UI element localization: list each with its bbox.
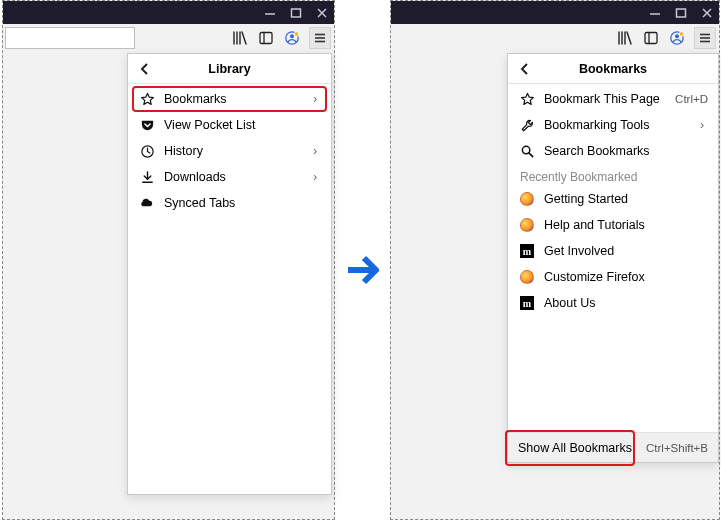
minimize-icon[interactable] xyxy=(649,7,661,19)
back-button[interactable] xyxy=(516,60,534,78)
library-icon[interactable] xyxy=(616,29,634,47)
menu-item-label: Synced Tabs xyxy=(164,196,321,210)
svg-line-26 xyxy=(528,152,532,156)
svg-rect-4 xyxy=(260,33,272,44)
menu-item-synced-tabs[interactable]: Synced Tabs xyxy=(128,190,331,216)
firefox-icon xyxy=(518,216,536,234)
menu-item-show-all-bookmarks[interactable]: Show All Bookmarks Ctrl+Shift+B xyxy=(508,432,718,462)
panel-title: Library xyxy=(208,62,250,76)
recent-item[interactable]: m Get Involved xyxy=(508,238,718,264)
titlebar xyxy=(3,1,334,24)
recent-item[interactable]: Customize Firefox xyxy=(508,264,718,290)
close-icon[interactable] xyxy=(316,7,328,19)
browser-window-right: Bookmarks Bookmark This Page Ctrl+D Book… xyxy=(390,0,720,520)
svg-point-7 xyxy=(290,34,294,38)
chevron-right-icon: › xyxy=(309,92,321,106)
menu-item-label: History xyxy=(164,144,309,158)
recent-item[interactable]: m About Us xyxy=(508,290,718,316)
svg-point-8 xyxy=(294,32,299,37)
recent-item-label: Getting Started xyxy=(544,192,708,206)
menu-item-bookmark-page[interactable]: Bookmark This Page Ctrl+D xyxy=(508,86,718,112)
menu-item-pocket[interactable]: View Pocket List xyxy=(128,112,331,138)
recent-item-label: Customize Firefox xyxy=(544,270,708,284)
account-icon[interactable] xyxy=(283,29,301,47)
wrench-icon xyxy=(518,116,536,134)
star-icon xyxy=(518,90,536,108)
search-icon xyxy=(518,142,536,160)
firefox-icon xyxy=(518,268,536,286)
chevron-right-icon: › xyxy=(309,144,321,158)
recent-label: Recently Bookmarked xyxy=(508,164,718,186)
toolbar xyxy=(3,24,334,52)
recent-item-label: Help and Tutorials xyxy=(544,218,708,232)
panel-title: Bookmarks xyxy=(579,62,647,76)
pocket-icon xyxy=(138,116,156,134)
menu-button[interactable] xyxy=(694,27,716,49)
download-icon xyxy=(138,168,156,186)
menu-item-label: Bookmark This Page xyxy=(544,92,669,106)
recent-item-label: Get Involved xyxy=(544,244,708,258)
menu-item-shortcut: Ctrl+D xyxy=(675,93,708,105)
star-icon xyxy=(138,90,156,108)
toolbar xyxy=(391,24,719,52)
menu-item-label: Bookmarks xyxy=(164,92,309,106)
menu-item-label: Downloads xyxy=(164,170,309,184)
account-icon[interactable] xyxy=(668,29,686,47)
recent-item-label: About Us xyxy=(544,296,708,310)
menu-button[interactable] xyxy=(309,27,331,49)
mozilla-icon: m xyxy=(518,294,536,312)
panel-header: Bookmarks xyxy=(508,54,718,84)
sync-icon xyxy=(138,194,156,212)
svg-point-20 xyxy=(675,34,679,38)
menu-item-bookmarking-tools[interactable]: Bookmarking Tools › xyxy=(508,112,718,138)
menu-item-label: Search Bookmarks xyxy=(544,144,708,158)
menu-item-label: Bookmarking Tools xyxy=(544,118,696,132)
arrow-right-icon xyxy=(346,250,386,290)
menu-list: Bookmark This Page Ctrl+D Bookmarking To… xyxy=(508,84,718,318)
clock-icon xyxy=(138,142,156,160)
chevron-right-icon: › xyxy=(696,118,708,132)
recent-item[interactable]: Getting Started xyxy=(508,186,718,212)
chevron-right-icon: › xyxy=(309,170,321,184)
svg-rect-14 xyxy=(677,9,686,17)
firefox-icon xyxy=(518,190,536,208)
maximize-icon[interactable] xyxy=(675,7,687,19)
minimize-icon[interactable] xyxy=(264,7,276,19)
back-button[interactable] xyxy=(136,60,154,78)
footer-shortcut: Ctrl+Shift+B xyxy=(646,442,708,454)
svg-point-21 xyxy=(679,32,684,37)
url-input[interactable] xyxy=(5,27,135,49)
browser-window-left: Library Bookmarks › View Pocket List His… xyxy=(2,0,335,520)
menu-list: Bookmarks › View Pocket List History › D… xyxy=(128,84,331,218)
mozilla-icon: m xyxy=(518,242,536,260)
svg-rect-1 xyxy=(292,9,301,17)
menu-item-bookmarks[interactable]: Bookmarks › xyxy=(128,86,331,112)
sidebar-icon[interactable] xyxy=(642,29,660,47)
titlebar xyxy=(391,1,719,24)
library-icon[interactable] xyxy=(231,29,249,47)
bookmarks-panel: Bookmarks Bookmark This Page Ctrl+D Book… xyxy=(507,53,719,463)
menu-item-search-bookmarks[interactable]: Search Bookmarks xyxy=(508,138,718,164)
menu-item-downloads[interactable]: Downloads › xyxy=(128,164,331,190)
menu-item-label: View Pocket List xyxy=(164,118,321,132)
menu-item-history[interactable]: History › xyxy=(128,138,331,164)
footer-label: Show All Bookmarks xyxy=(518,441,646,455)
panel-header: Library xyxy=(128,54,331,84)
library-panel: Library Bookmarks › View Pocket List His… xyxy=(127,53,332,495)
svg-rect-17 xyxy=(645,33,657,44)
maximize-icon[interactable] xyxy=(290,7,302,19)
close-icon[interactable] xyxy=(701,7,713,19)
recent-item[interactable]: Help and Tutorials xyxy=(508,212,718,238)
sidebar-icon[interactable] xyxy=(257,29,275,47)
